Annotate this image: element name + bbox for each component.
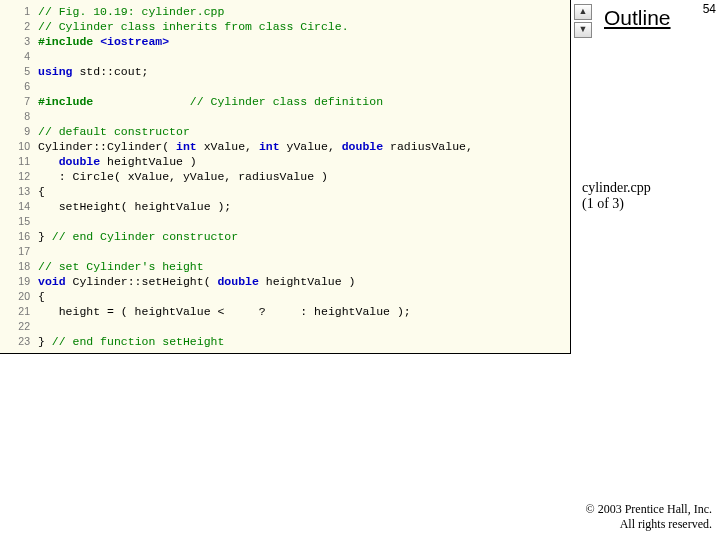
code-row: 2// Cylinder class inherits from class C… xyxy=(0,19,570,34)
code-row: 6 xyxy=(0,79,570,94)
copyright-line1: © 2003 Prentice Hall, Inc. xyxy=(586,502,712,516)
code-token xyxy=(38,155,59,168)
line-number: 9 xyxy=(0,124,38,139)
code-token: { xyxy=(38,185,45,198)
code-token: setHeight( heightValue ); xyxy=(38,200,231,213)
code-token: // Cylinder class inherits from class Ci… xyxy=(38,20,349,33)
code-content: // default constructor xyxy=(38,124,570,139)
line-number: 4 xyxy=(0,49,38,64)
code-token: // Cylinder class definition xyxy=(190,95,383,108)
code-token: int xyxy=(259,140,280,153)
code-row: 20{ xyxy=(0,289,570,304)
code-token: } xyxy=(38,335,52,348)
code-content: // Fig. 10.19: cylinder.cpp xyxy=(38,4,570,19)
code-row: 11 double heightValue ) xyxy=(0,154,570,169)
line-number: 10 xyxy=(0,139,38,154)
code-token: // Fig. 10.19: cylinder.cpp xyxy=(38,5,224,18)
code-token: : heightValue ); xyxy=(293,305,410,318)
code-row: 9// default constructor xyxy=(0,124,570,139)
code-token: int xyxy=(176,140,197,153)
code-content: // Cylinder class inherits from class Ci… xyxy=(38,19,570,34)
line-number: 23 xyxy=(0,334,38,349)
code-content: #include <iostream> xyxy=(38,34,570,49)
line-number: 15 xyxy=(0,214,38,229)
code-content xyxy=(38,244,570,259)
code-content xyxy=(38,49,570,64)
code-token: #include xyxy=(38,95,93,108)
code-content: // set Cylinder's height xyxy=(38,259,570,274)
code-row: 23} // end function setHeight xyxy=(0,334,570,349)
subtitle-part: (1 of 3) xyxy=(582,196,624,211)
code-token: height = ( heightValue < xyxy=(38,305,231,318)
code-row: 12 : Circle( xValue, yValue, radiusValue… xyxy=(0,169,570,184)
code-content: double heightValue ) xyxy=(38,154,570,169)
line-number: 7 xyxy=(0,94,38,109)
line-number: 3 xyxy=(0,34,38,49)
code-token: yValue, xyxy=(280,140,342,153)
line-number: 21 xyxy=(0,304,38,319)
code-content: { xyxy=(38,184,570,199)
line-number: 14 xyxy=(0,199,38,214)
code-content: void Cylinder::setHeight( double heightV… xyxy=(38,274,570,289)
code-listing: 1// Fig. 10.19: cylinder.cpp2// Cylinder… xyxy=(0,0,571,354)
code-row: 7#include // Cylinder class definition xyxy=(0,94,570,109)
line-number: 22 xyxy=(0,319,38,334)
line-number: 17 xyxy=(0,244,38,259)
code-content: { xyxy=(38,289,570,304)
code-content xyxy=(38,214,570,229)
copyright: © 2003 Prentice Hall, Inc. All rights re… xyxy=(586,502,712,532)
code-content: } // end Cylinder constructor xyxy=(38,229,570,244)
code-token xyxy=(273,305,294,318)
code-token: // default constructor xyxy=(38,125,190,138)
code-row: 1// Fig. 10.19: cylinder.cpp xyxy=(0,4,570,19)
code-token: heightValue ) xyxy=(259,275,356,288)
code-token: #include xyxy=(38,35,100,48)
code-token: double xyxy=(217,275,258,288)
code-token: heightValue ) xyxy=(100,155,197,168)
file-subtitle: cylinder.cpp (1 of 3) xyxy=(582,180,651,212)
code-content: Cylinder::Cylinder( int xValue, int yVal… xyxy=(38,139,570,154)
code-row: 8 xyxy=(0,109,570,124)
code-token: // end Cylinder constructor xyxy=(52,230,238,243)
code-token: double xyxy=(59,155,100,168)
code-token: void xyxy=(38,275,66,288)
code-row: 3#include <iostream> xyxy=(0,34,570,49)
code-content: height = ( heightValue < ? : heightValue… xyxy=(38,304,570,319)
code-token: Cylinder::setHeight( xyxy=(66,275,218,288)
code-content: } // end function setHeight xyxy=(38,334,570,349)
copyright-line2: All rights reserved. xyxy=(620,517,712,531)
code-row: 4 xyxy=(0,49,570,64)
code-row: 22 xyxy=(0,319,570,334)
code-token: Cylinder::Cylinder( xyxy=(38,140,176,153)
line-number: 18 xyxy=(0,259,38,274)
code-token: std::cout; xyxy=(79,65,148,78)
code-token xyxy=(93,95,190,108)
line-number: 12 xyxy=(0,169,38,184)
code-content: using std::cout; xyxy=(38,64,570,79)
code-token: { xyxy=(38,290,45,303)
code-row: 5using std::cout; xyxy=(0,64,570,79)
line-number: 20 xyxy=(0,289,38,304)
expand-down-button[interactable]: ▼ xyxy=(574,22,592,38)
code-content xyxy=(38,79,570,94)
code-content xyxy=(38,109,570,124)
code-token: ? xyxy=(252,305,273,318)
outline-heading: Outline xyxy=(604,6,671,30)
line-number: 6 xyxy=(0,79,38,94)
page-number: 54 xyxy=(703,2,716,16)
line-number: 11 xyxy=(0,154,38,169)
code-content: #include // Cylinder class definition xyxy=(38,94,570,109)
code-token: <iostream> xyxy=(100,35,169,48)
code-row: 21 height = ( heightValue < ? : heightVa… xyxy=(0,304,570,319)
expand-up-button[interactable]: ▲ xyxy=(574,4,592,20)
code-token: // end function setHeight xyxy=(52,335,225,348)
sidebar: ▲ ▼ Outline 54 cylinder.cpp (1 of 3) © 2… xyxy=(572,0,720,540)
code-content: : Circle( xValue, yValue, radiusValue ) xyxy=(38,169,570,184)
expand-controls: ▲ ▼ xyxy=(574,4,592,40)
line-number: 1 xyxy=(0,4,38,19)
code-token: double xyxy=(342,140,383,153)
code-row: 17 xyxy=(0,244,570,259)
code-row: 13{ xyxy=(0,184,570,199)
code-token: radiusValue, xyxy=(383,140,473,153)
line-number: 13 xyxy=(0,184,38,199)
